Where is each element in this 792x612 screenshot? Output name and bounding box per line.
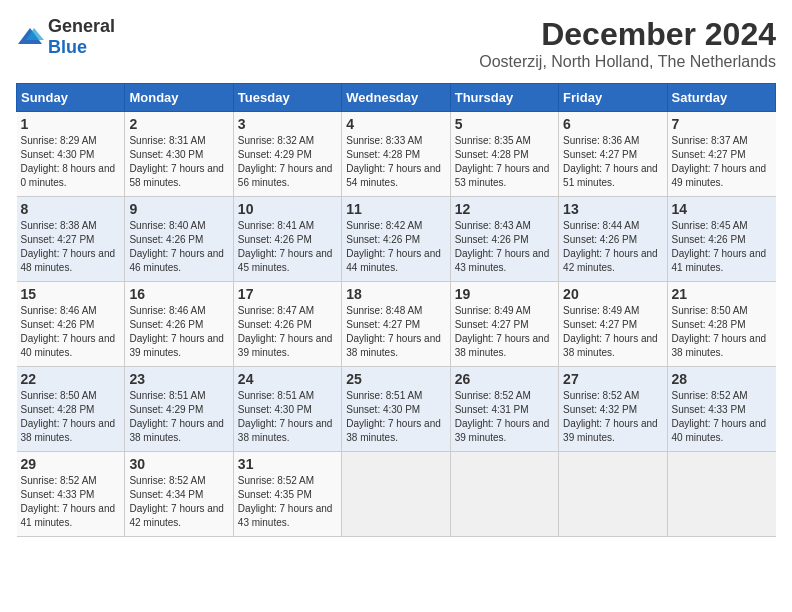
calendar-cell: 14Sunrise: 8:45 AMSunset: 4:26 PMDayligh… xyxy=(667,197,775,282)
day-detail: Sunrise: 8:51 AMSunset: 4:30 PMDaylight:… xyxy=(346,390,441,443)
day-number: 27 xyxy=(563,371,662,387)
day-detail: Sunrise: 8:43 AMSunset: 4:26 PMDaylight:… xyxy=(455,220,550,273)
calendar-cell: 13Sunrise: 8:44 AMSunset: 4:26 PMDayligh… xyxy=(559,197,667,282)
calendar-cell: 20Sunrise: 8:49 AMSunset: 4:27 PMDayligh… xyxy=(559,282,667,367)
calendar-cell: 23Sunrise: 8:51 AMSunset: 4:29 PMDayligh… xyxy=(125,367,233,452)
day-detail: Sunrise: 8:38 AMSunset: 4:27 PMDaylight:… xyxy=(21,220,116,273)
day-number: 6 xyxy=(563,116,662,132)
day-number: 10 xyxy=(238,201,337,217)
day-number: 20 xyxy=(563,286,662,302)
logo: General Blue xyxy=(16,16,115,58)
day-number: 26 xyxy=(455,371,554,387)
calendar-cell: 21Sunrise: 8:50 AMSunset: 4:28 PMDayligh… xyxy=(667,282,775,367)
day-number: 16 xyxy=(129,286,228,302)
calendar-cell: 9Sunrise: 8:40 AMSunset: 4:26 PMDaylight… xyxy=(125,197,233,282)
day-detail: Sunrise: 8:49 AMSunset: 4:27 PMDaylight:… xyxy=(455,305,550,358)
day-number: 25 xyxy=(346,371,445,387)
day-detail: Sunrise: 8:35 AMSunset: 4:28 PMDaylight:… xyxy=(455,135,550,188)
logo-general-text: General xyxy=(48,16,115,36)
calendar-cell: 19Sunrise: 8:49 AMSunset: 4:27 PMDayligh… xyxy=(450,282,558,367)
day-number: 12 xyxy=(455,201,554,217)
weekday-header-sunday: Sunday xyxy=(17,84,125,112)
day-number: 5 xyxy=(455,116,554,132)
calendar-cell: 2Sunrise: 8:31 AMSunset: 4:30 PMDaylight… xyxy=(125,112,233,197)
day-detail: Sunrise: 8:31 AMSunset: 4:30 PMDaylight:… xyxy=(129,135,224,188)
day-number: 13 xyxy=(563,201,662,217)
calendar-cell xyxy=(667,452,775,537)
logo-blue-text: Blue xyxy=(48,37,87,57)
calendar-cell: 26Sunrise: 8:52 AMSunset: 4:31 PMDayligh… xyxy=(450,367,558,452)
day-detail: Sunrise: 8:33 AMSunset: 4:28 PMDaylight:… xyxy=(346,135,441,188)
day-number: 22 xyxy=(21,371,121,387)
day-detail: Sunrise: 8:50 AMSunset: 4:28 PMDaylight:… xyxy=(21,390,116,443)
calendar-cell: 30Sunrise: 8:52 AMSunset: 4:34 PMDayligh… xyxy=(125,452,233,537)
calendar-cell: 12Sunrise: 8:43 AMSunset: 4:26 PMDayligh… xyxy=(450,197,558,282)
calendar-week-2: 8Sunrise: 8:38 AMSunset: 4:27 PMDaylight… xyxy=(17,197,776,282)
day-number: 23 xyxy=(129,371,228,387)
day-number: 9 xyxy=(129,201,228,217)
day-detail: Sunrise: 8:52 AMSunset: 4:32 PMDaylight:… xyxy=(563,390,658,443)
day-detail: Sunrise: 8:52 AMSunset: 4:35 PMDaylight:… xyxy=(238,475,333,528)
weekday-header-tuesday: Tuesday xyxy=(233,84,341,112)
day-number: 21 xyxy=(672,286,772,302)
day-detail: Sunrise: 8:45 AMSunset: 4:26 PMDaylight:… xyxy=(672,220,767,273)
calendar-cell: 15Sunrise: 8:46 AMSunset: 4:26 PMDayligh… xyxy=(17,282,125,367)
calendar-cell: 27Sunrise: 8:52 AMSunset: 4:32 PMDayligh… xyxy=(559,367,667,452)
calendar-cell: 31Sunrise: 8:52 AMSunset: 4:35 PMDayligh… xyxy=(233,452,341,537)
day-detail: Sunrise: 8:41 AMSunset: 4:26 PMDaylight:… xyxy=(238,220,333,273)
subtitle: Oosterzij, North Holland, The Netherland… xyxy=(479,53,776,71)
calendar-week-4: 22Sunrise: 8:50 AMSunset: 4:28 PMDayligh… xyxy=(17,367,776,452)
calendar-cell: 10Sunrise: 8:41 AMSunset: 4:26 PMDayligh… xyxy=(233,197,341,282)
day-detail: Sunrise: 8:32 AMSunset: 4:29 PMDaylight:… xyxy=(238,135,333,188)
day-detail: Sunrise: 8:52 AMSunset: 4:31 PMDaylight:… xyxy=(455,390,550,443)
day-number: 31 xyxy=(238,456,337,472)
day-detail: Sunrise: 8:52 AMSunset: 4:34 PMDaylight:… xyxy=(129,475,224,528)
calendar-cell: 28Sunrise: 8:52 AMSunset: 4:33 PMDayligh… xyxy=(667,367,775,452)
calendar-cell xyxy=(450,452,558,537)
day-detail: Sunrise: 8:37 AMSunset: 4:27 PMDaylight:… xyxy=(672,135,767,188)
title-area: December 2024 Oosterzij, North Holland, … xyxy=(479,16,776,71)
weekday-header-row: SundayMondayTuesdayWednesdayThursdayFrid… xyxy=(17,84,776,112)
logo-icon xyxy=(16,26,44,48)
day-detail: Sunrise: 8:36 AMSunset: 4:27 PMDaylight:… xyxy=(563,135,658,188)
day-detail: Sunrise: 8:46 AMSunset: 4:26 PMDaylight:… xyxy=(129,305,224,358)
calendar-cell: 11Sunrise: 8:42 AMSunset: 4:26 PMDayligh… xyxy=(342,197,450,282)
calendar-cell: 5Sunrise: 8:35 AMSunset: 4:28 PMDaylight… xyxy=(450,112,558,197)
day-detail: Sunrise: 8:44 AMSunset: 4:26 PMDaylight:… xyxy=(563,220,658,273)
weekday-header-friday: Friday xyxy=(559,84,667,112)
calendar-week-3: 15Sunrise: 8:46 AMSunset: 4:26 PMDayligh… xyxy=(17,282,776,367)
day-number: 14 xyxy=(672,201,772,217)
day-number: 28 xyxy=(672,371,772,387)
day-detail: Sunrise: 8:51 AMSunset: 4:29 PMDaylight:… xyxy=(129,390,224,443)
day-number: 15 xyxy=(21,286,121,302)
calendar-table: SundayMondayTuesdayWednesdayThursdayFrid… xyxy=(16,83,776,537)
weekday-header-saturday: Saturday xyxy=(667,84,775,112)
day-number: 2 xyxy=(129,116,228,132)
day-number: 30 xyxy=(129,456,228,472)
calendar-cell: 6Sunrise: 8:36 AMSunset: 4:27 PMDaylight… xyxy=(559,112,667,197)
day-number: 29 xyxy=(21,456,121,472)
calendar-cell: 4Sunrise: 8:33 AMSunset: 4:28 PMDaylight… xyxy=(342,112,450,197)
calendar-cell: 3Sunrise: 8:32 AMSunset: 4:29 PMDaylight… xyxy=(233,112,341,197)
day-number: 8 xyxy=(21,201,121,217)
day-number: 18 xyxy=(346,286,445,302)
weekday-header-monday: Monday xyxy=(125,84,233,112)
day-detail: Sunrise: 8:42 AMSunset: 4:26 PMDaylight:… xyxy=(346,220,441,273)
calendar-cell xyxy=(559,452,667,537)
calendar-cell: 1Sunrise: 8:29 AMSunset: 4:30 PMDaylight… xyxy=(17,112,125,197)
day-detail: Sunrise: 8:52 AMSunset: 4:33 PMDaylight:… xyxy=(672,390,767,443)
day-number: 11 xyxy=(346,201,445,217)
day-detail: Sunrise: 8:49 AMSunset: 4:27 PMDaylight:… xyxy=(563,305,658,358)
calendar-cell: 8Sunrise: 8:38 AMSunset: 4:27 PMDaylight… xyxy=(17,197,125,282)
day-number: 4 xyxy=(346,116,445,132)
calendar-cell: 7Sunrise: 8:37 AMSunset: 4:27 PMDaylight… xyxy=(667,112,775,197)
day-detail: Sunrise: 8:40 AMSunset: 4:26 PMDaylight:… xyxy=(129,220,224,273)
calendar-cell: 29Sunrise: 8:52 AMSunset: 4:33 PMDayligh… xyxy=(17,452,125,537)
calendar-cell xyxy=(342,452,450,537)
day-number: 19 xyxy=(455,286,554,302)
day-detail: Sunrise: 8:47 AMSunset: 4:26 PMDaylight:… xyxy=(238,305,333,358)
day-number: 1 xyxy=(21,116,121,132)
calendar-cell: 18Sunrise: 8:48 AMSunset: 4:27 PMDayligh… xyxy=(342,282,450,367)
calendar-cell: 24Sunrise: 8:51 AMSunset: 4:30 PMDayligh… xyxy=(233,367,341,452)
calendar-week-5: 29Sunrise: 8:52 AMSunset: 4:33 PMDayligh… xyxy=(17,452,776,537)
